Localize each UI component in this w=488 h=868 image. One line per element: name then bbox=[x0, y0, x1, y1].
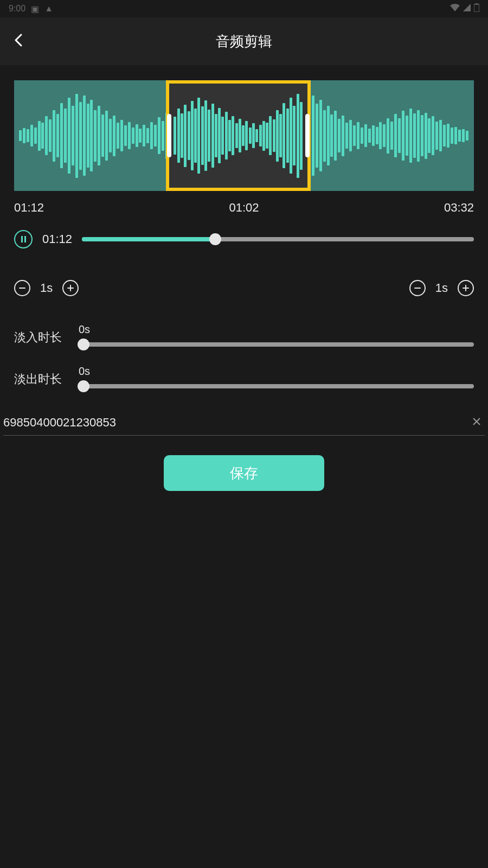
adjust-end-step: 1s bbox=[435, 281, 448, 295]
time-start: 01:12 bbox=[14, 201, 44, 215]
fade-out-thumb[interactable] bbox=[78, 380, 89, 392]
save-button[interactable]: 保存 bbox=[164, 455, 324, 491]
start-plus-button[interactable] bbox=[62, 280, 79, 296]
chevron-left-icon bbox=[13, 33, 24, 48]
start-minus-button[interactable] bbox=[14, 280, 30, 296]
trim-selection[interactable] bbox=[166, 80, 311, 191]
header: 音频剪辑 bbox=[0, 17, 488, 65]
status-bar: 9:00 ▣ ▲ bbox=[0, 0, 488, 17]
adjust-start-group: 1s bbox=[14, 280, 79, 296]
minus-icon bbox=[414, 284, 421, 292]
signal-icon bbox=[463, 4, 471, 14]
fade-out-row: 淡出时长 0s bbox=[14, 365, 474, 388]
fade-out-value: 0s bbox=[79, 365, 474, 378]
fade-out-slider[interactable] bbox=[79, 384, 474, 388]
pause-icon bbox=[21, 236, 26, 242]
fade-in-value: 0s bbox=[79, 323, 474, 336]
fade-in-slider[interactable] bbox=[79, 342, 474, 347]
playback-row: 01:12 bbox=[14, 230, 474, 248]
adjust-end-group: 1s bbox=[409, 280, 474, 296]
pause-button[interactable] bbox=[14, 230, 33, 248]
playback-slider[interactable] bbox=[82, 237, 474, 241]
plus-icon bbox=[462, 284, 470, 292]
svg-rect-1 bbox=[476, 3, 478, 4]
playback-thumb[interactable] bbox=[209, 233, 221, 245]
time-row: 01:12 01:02 03:32 bbox=[14, 201, 474, 215]
time-end: 03:32 bbox=[444, 201, 474, 215]
fade-in-label: 淡入时长 bbox=[14, 329, 66, 347]
battery-icon bbox=[474, 3, 479, 14]
fade-in-thumb[interactable] bbox=[78, 339, 89, 350]
plus-icon bbox=[67, 284, 74, 292]
wifi-icon bbox=[450, 4, 460, 14]
adjust-start-step: 1s bbox=[40, 281, 53, 295]
close-icon bbox=[472, 417, 481, 426]
time-selection: 01:02 bbox=[229, 201, 259, 215]
end-minus-button[interactable] bbox=[409, 280, 426, 296]
app-icon: ▲ bbox=[44, 4, 53, 14]
status-time: 9:00 bbox=[9, 4, 25, 14]
back-button[interactable] bbox=[13, 33, 24, 50]
filename-input[interactable] bbox=[3, 416, 468, 430]
image-icon: ▣ bbox=[31, 4, 39, 14]
end-plus-button[interactable] bbox=[458, 280, 474, 296]
page-title: 音频剪辑 bbox=[216, 32, 272, 51]
clear-filename-button[interactable] bbox=[468, 416, 485, 430]
fade-in-row: 淡入时长 0s bbox=[14, 323, 474, 347]
adjust-row: 1s 1s bbox=[14, 280, 474, 296]
waveform-container[interactable] bbox=[14, 80, 474, 191]
playback-time: 01:12 bbox=[42, 232, 72, 246]
fade-out-label: 淡出时长 bbox=[14, 371, 66, 388]
minus-icon bbox=[18, 284, 26, 292]
playback-fill bbox=[82, 237, 215, 241]
svg-rect-0 bbox=[474, 4, 479, 12]
filename-row bbox=[3, 416, 485, 436]
